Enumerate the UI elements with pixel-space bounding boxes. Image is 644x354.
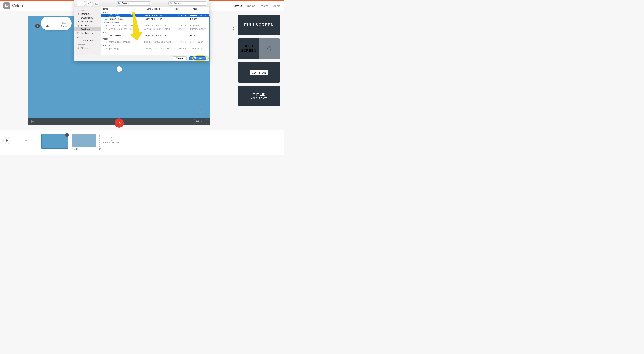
downloads-icon: ⬇ (77, 20, 80, 23)
media-video-button[interactable]: Video (46, 20, 51, 27)
sidebar-dropbox[interactable]: ✦Dropbox (74, 12, 100, 16)
folder-blue-icon (118, 2, 120, 5)
dropbox-icon: ✦ (77, 13, 80, 15)
desktop-icon: ▭ (77, 28, 80, 31)
folder-icon[interactable] (94, 1, 99, 6)
view-options[interactable]: ≡ ˅ (86, 1, 92, 6)
app-title: Video (12, 3, 23, 8)
sidebar-recents[interactable]: ◷Recents (74, 24, 100, 28)
clock-icon (196, 120, 199, 123)
star-icon (259, 38, 280, 59)
photo-icon (61, 20, 67, 24)
media-photo-button[interactable]: Photo (61, 20, 67, 27)
applications-icon: Ⓐ (77, 32, 80, 34)
sidebar-desktop[interactable]: ▭Desktop (74, 28, 100, 31)
layout-split-screen[interactable]: SPLITSCREEN (238, 38, 280, 59)
nav-layout[interactable]: Layout (233, 4, 242, 8)
recents-icon: ◷ (77, 24, 80, 27)
media-video-label: Video (46, 25, 51, 27)
timeline-play-button[interactable] (4, 137, 10, 144)
nav-music[interactable]: Music (273, 4, 280, 8)
keynote-icon: ▮ (105, 24, 108, 27)
slide-options-icon[interactable]: ••• (65, 133, 69, 137)
nav-theme[interactable]: Theme (246, 4, 255, 8)
file-row[interactable]: ▬Screen Shots Today at 3:10 PM--Folder (101, 17, 209, 21)
add-media-button[interactable]: ＋ (35, 24, 40, 28)
layout-panel: FULLSCREEN SPLITSCREEN CAPTION TITLE AND… (238, 11, 284, 130)
network-icon: ◉ (77, 47, 80, 50)
dialog-footer: Cancel Choose (74, 55, 209, 62)
logo-placeholder[interactable]: LOGO (197, 106, 204, 113)
add-text-button[interactable]: ＋ (116, 66, 122, 72)
sidebar-applications[interactable]: ⒶApplications (74, 31, 100, 35)
slide-thumb-1[interactable]: ••• 1 (41, 134, 68, 152)
nav-resize[interactable]: Resize (260, 4, 268, 8)
timeline: ＋ ••• 1 Credits CALL TO ACTION Outro (0, 130, 284, 156)
image-icon: ▭ (105, 41, 108, 43)
file-row[interactable]: ▬Concur/ERS Jul 13, 2020 at 3:41 PM--Fol… (101, 34, 209, 37)
app-logo: Sp (4, 2, 10, 9)
slide-duration[interactable]: 0:02 (194, 119, 207, 124)
search-icon: 🔍 (170, 2, 172, 5)
file-list: Name ▲ Date Modified Size Kind Today ▮On… (101, 7, 209, 55)
layout-caption[interactable]: CAPTION (238, 62, 280, 82)
dialog-toolbar: ‹ › ≡ ˅ Desktop ▲▼ 🔍 (74, 0, 209, 7)
file-row[interactable]: ▭home-office-lighting1 Mar 17, 2020 at 1… (101, 40, 209, 44)
cancel-button[interactable]: Cancel (173, 56, 186, 60)
file-row[interactable]: ▮MC 101 - Fall 2020 - ESS Jul 31, 2020 a… (101, 24, 209, 27)
file-row[interactable]: ▯Media Commons/OBS Aug 13, 2020 at 2:52 … (101, 27, 209, 31)
back-button[interactable]: ‹ (77, 1, 81, 6)
column-headers[interactable]: Name ▲ Date Modified Size Kind (101, 7, 209, 11)
slide-thumb-outro[interactable]: CALL TO ACTION Outro (99, 134, 123, 150)
fullscreen-icon[interactable] (231, 27, 234, 31)
sidebar-downloads[interactable]: ⬇Downloads (74, 20, 100, 24)
preview-play-button[interactable] (32, 120, 34, 123)
record-narration-button[interactable] (115, 118, 124, 128)
file-row-selected[interactable]: ▮One Button Stu…rview (2017).mp4 Today a… (101, 14, 209, 17)
sort-asc-icon: ▲ (143, 8, 144, 10)
movie-icon: ▮ (105, 14, 107, 17)
doc-icon: ▯ (105, 28, 108, 30)
group-button[interactable] (94, 1, 99, 6)
nav-back-forward[interactable]: ‹ › (77, 1, 85, 6)
image-icon: ▭ (105, 48, 108, 50)
search-input[interactable] (174, 2, 206, 5)
add-slide-button[interactable]: ＋ (14, 134, 38, 147)
folder-icon: ▬ (105, 34, 108, 37)
media-picker: Video Photo (41, 16, 72, 30)
folder-icon: ▬ (105, 18, 108, 20)
annotation-highlight (192, 55, 209, 61)
search-field[interactable]: 🔍 (168, 1, 207, 6)
svg-rect-6 (119, 122, 120, 124)
file-row[interactable]: ▭Ipad-30.jpg Jan 27, 2020 at 9:12 AM986 … (101, 47, 209, 50)
cloud-icon: ☁ (77, 39, 80, 42)
sidebar-network[interactable]: ◉Network (74, 46, 100, 50)
sidebar-documents[interactable]: ▯Documents (74, 16, 100, 20)
slide-thumb-credits[interactable]: Credits (72, 134, 96, 150)
sidebar-icloud-drive[interactable]: ☁iCloud Drive (74, 39, 100, 42)
list-view-icon[interactable]: ≡ ˅ (87, 1, 92, 6)
hexagon-icon (110, 137, 113, 141)
location-selector[interactable]: Desktop ▲▼ (116, 1, 151, 6)
forward-button[interactable]: › (81, 1, 85, 6)
documents-icon: ▯ (77, 16, 80, 19)
chevron-updown-icon: ▲▼ (148, 3, 150, 4)
dialog-sidebar: Favorites ✦Dropbox ▯Documents ⬇Downloads… (74, 7, 101, 55)
layout-fullscreen[interactable]: FULLSCREEN (238, 14, 280, 35)
layout-title-text[interactable]: TITLE AND TEXT (238, 86, 280, 106)
svg-marker-7 (110, 138, 113, 140)
video-icon (46, 20, 51, 24)
file-open-dialog: ‹ › ≡ ˅ Desktop ▲▼ 🔍 Favorites ✦Dropbox … (74, 0, 209, 62)
media-photo-label: Photo (61, 25, 67, 27)
